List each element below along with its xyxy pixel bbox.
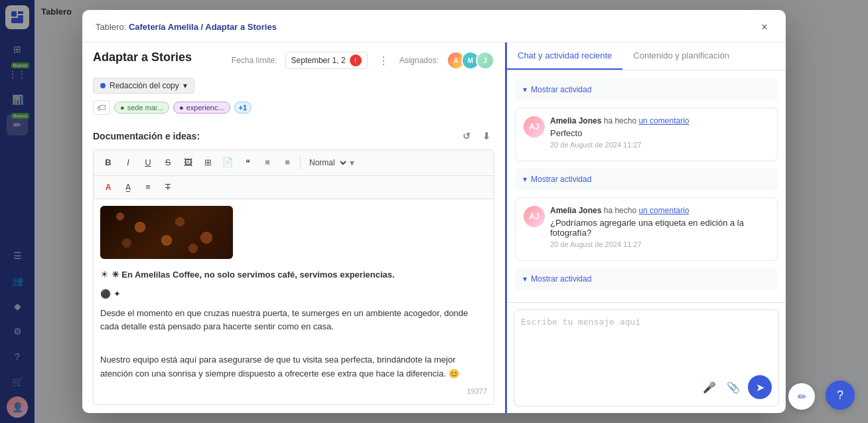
floating-help-button[interactable]: ? xyxy=(826,381,855,410)
toolbar-file[interactable]: 📄 xyxy=(218,154,237,171)
message-actions: 🎤 📎 ➤ xyxy=(521,375,772,399)
activity-section-1: ▾ Mostrar actividad xyxy=(515,78,778,101)
editor-toolbar-row2: A A̲ ≡ T̶ xyxy=(93,175,494,199)
toolbar-underline[interactable]: U xyxy=(139,154,157,171)
status-row: Redacción del copy ▾ xyxy=(93,78,494,94)
toolbar-align[interactable]: ≡ xyxy=(139,179,157,196)
editor-image xyxy=(100,206,233,259)
editor-actions: ↺ ⬇ xyxy=(459,128,494,144)
toolbar-font-color[interactable]: A xyxy=(99,179,117,196)
editor-toolbar: B I U S 🖼 ⊞ 📄 ❝ ≡ ≡ Normal H1 xyxy=(93,149,494,175)
activity-section-3: ▾ Mostrar actividad xyxy=(515,268,778,290)
chevron-icon-2: ▾ xyxy=(523,175,527,184)
deadline-date: September 1, 2 xyxy=(291,56,346,65)
tags-row: 🏷 ● sede mar... ● experienc... +1 xyxy=(93,100,494,115)
editor-bold-line: ☀ En Amelilas Coffee, no solo servimos c… xyxy=(111,270,395,280)
message-input-wrapper: 🎤 📎 ➤ xyxy=(514,309,779,406)
status-label: Redacción del copy xyxy=(109,81,179,90)
modal-header: Tablero: Cafetería Amelila / Adaptar a S… xyxy=(82,10,786,42)
modal-body: Adaptar a Stories Fecha límite: Septembe… xyxy=(82,42,786,413)
comment-time-1: 20 de August de 2024 11:27 xyxy=(550,141,769,149)
comment-card-2: AJ Amelia Jones ha hecho un comentario ¿… xyxy=(515,197,778,261)
editor-undo-button[interactable]: ↺ xyxy=(459,128,474,144)
editor-paragraph2: Nuestro equipo está aquí para asegurarse… xyxy=(100,353,487,381)
assignees-label: Asignados: xyxy=(399,56,439,65)
left-panel: Adaptar a Stories Fecha límite: Septembe… xyxy=(82,42,507,413)
tag-sede[interactable]: ● sede mar... xyxy=(114,102,169,114)
right-panel: Chat y actividad reciente Contenido y pl… xyxy=(507,42,786,413)
tab-content[interactable]: Contenido y planificación xyxy=(622,42,740,70)
tag-more[interactable]: +1 xyxy=(234,102,252,114)
comment-text-1: Perfecto xyxy=(550,128,769,138)
editor-text: ☀ ☀ En Amelilas Coffee, no solo servimos… xyxy=(100,267,487,381)
editor-section: Documentación e ideas: ↺ ⬇ B I U S 🖼 ⊞ xyxy=(82,128,505,413)
toolbar-quote[interactable]: ❝ xyxy=(238,154,257,171)
task-meta-row: Adaptar a Stories Fecha límite: Septembe… xyxy=(93,50,494,71)
modal-breadcrumb: Tablero: Cafetería Amelila / Adaptar a S… xyxy=(96,22,277,32)
coffee-image xyxy=(100,206,233,259)
toolbar-table[interactable]: ⊞ xyxy=(198,154,217,171)
status-chevron-icon: ▾ xyxy=(183,81,187,90)
message-area: 🎤 📎 ➤ xyxy=(507,302,786,413)
assignees-avatars: A M J xyxy=(447,51,494,70)
voice-button[interactable]: 🎤 xyxy=(700,378,719,396)
status-dot xyxy=(100,83,106,88)
editor-download-button[interactable]: ⬇ xyxy=(478,128,494,144)
comment-header-2: AJ Amelia Jones ha hecho un comentario ¿… xyxy=(524,206,769,248)
editor-label: Documentación e ideas: ↺ ⬇ xyxy=(93,128,494,144)
send-button[interactable]: ➤ xyxy=(748,375,772,399)
comment-avatar-1: AJ xyxy=(524,116,545,137)
comment-header-1: AJ Amelia Jones ha hecho un comentario P… xyxy=(524,116,769,149)
comment-body-2: Amelia Jones ha hecho un comentario ¿Pod… xyxy=(550,206,769,248)
toolbar-strikethrough[interactable]: S xyxy=(159,154,177,171)
avatar-3: J xyxy=(476,51,494,70)
deadline-value[interactable]: September 1, 2 ! xyxy=(285,52,368,69)
activity-toggle-2[interactable]: ▾ Mostrar actividad xyxy=(523,175,770,184)
tag-experiencia[interactable]: ● experienc... xyxy=(173,102,230,114)
toolbar-unordered-list[interactable]: ≡ xyxy=(278,154,297,171)
message-input[interactable] xyxy=(521,317,772,370)
modal-breadcrumb-value: Cafetería Amelila / Adaptar a Stories xyxy=(129,22,277,32)
activity-toggle-3[interactable]: ▾ Mostrar actividad xyxy=(523,274,770,284)
left-panel-top: Adaptar a Stories Fecha límite: Septembe… xyxy=(82,42,505,128)
toolbar-ordered-list[interactable]: ≡ xyxy=(258,154,277,171)
comment-meta-2: Amelia Jones ha hecho un comentario xyxy=(550,206,769,215)
floating-edit-button[interactable]: ✏ xyxy=(788,383,815,410)
toolbar-divider xyxy=(300,156,301,169)
tab-chat[interactable]: Chat y actividad reciente xyxy=(507,42,622,70)
toolbar-image[interactable]: 🖼 xyxy=(179,154,197,171)
editor-content[interactable]: ☀ ☀ En Amelilas Coffee, no solo servimos… xyxy=(93,199,494,405)
word-count: 19377 xyxy=(100,386,487,398)
task-modal: Tablero: Cafetería Amelila / Adaptar a S… xyxy=(82,10,786,413)
comment-time-2: 20 de August de 2024 11:27 xyxy=(550,240,769,248)
comment-card-1: AJ Amelia Jones ha hecho un comentario P… xyxy=(515,108,778,161)
add-tag-button[interactable]: 🏷 xyxy=(93,100,110,115)
chevron-icon-1: ▾ xyxy=(523,85,527,94)
toolbar-italic[interactable]: I xyxy=(119,154,137,171)
right-tabs: Chat y actividad reciente Contenido y pl… xyxy=(507,42,786,70)
modal-close-button[interactable]: × xyxy=(757,19,772,35)
comment-text-2: ¿Podríamos agregarle una etiqueta en edi… xyxy=(550,218,769,238)
toolbar-font-effect[interactable]: A̲ xyxy=(119,179,137,196)
deadline-alert-icon: ! xyxy=(350,54,362,66)
format-select[interactable]: Normal H1 H2 H3 xyxy=(304,156,348,169)
chevron-icon-3: ▾ xyxy=(523,274,527,284)
editor-paragraph1: Desde el momento en que cruzas nuestra p… xyxy=(100,307,487,335)
attach-button[interactable]: 📎 xyxy=(724,378,743,396)
toolbar-clear-format[interactable]: T̶ xyxy=(159,179,177,196)
comment-avatar-2: AJ xyxy=(524,206,545,227)
activity-toggle-1[interactable]: ▾ Mostrar actividad xyxy=(523,85,770,94)
deadline-label: Fecha límite: xyxy=(232,56,277,65)
task-more-button[interactable]: ⋮ xyxy=(376,52,392,68)
modal-overlay: Tablero: Cafetería Amelila / Adaptar a S… xyxy=(0,0,868,423)
activity-section-2: ▾ Mostrar actividad xyxy=(515,168,778,191)
task-title: Adaptar a Stories xyxy=(93,50,192,64)
comment-body-1: Amelia Jones ha hecho un comentario Perf… xyxy=(550,116,769,149)
activity-content: ▾ Mostrar actividad AJ Amelia Jones ha h… xyxy=(507,70,786,302)
toolbar-bold[interactable]: B xyxy=(99,154,117,171)
status-badge[interactable]: Redacción del copy ▾ xyxy=(93,78,194,94)
editor-dot-line: ⚫ ✦ xyxy=(100,288,487,301)
comment-meta-1: Amelia Jones ha hecho un comentario xyxy=(550,116,769,126)
